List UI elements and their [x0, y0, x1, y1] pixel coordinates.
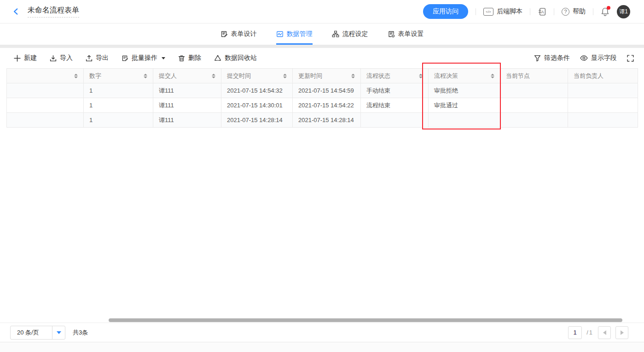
form-design-icon [220, 30, 228, 38]
backend-script-label: 后端脚本 [497, 7, 522, 16]
recycle-bin-button[interactable]: 数据回收站 [214, 54, 257, 62]
bottom-strip [0, 343, 644, 352]
prev-page-button[interactable] [598, 326, 611, 339]
fullscreen-icon [627, 55, 634, 62]
new-label: 新建 [24, 54, 37, 62]
notification-badge [607, 6, 610, 10]
help-label: 帮助 [573, 7, 586, 16]
table-toolbar: 新建 导入 导出 [0, 48, 644, 68]
page-size-value: 20 条/页 [11, 329, 52, 337]
address-book-icon: A [538, 7, 546, 16]
sort-icon[interactable] [419, 74, 423, 78]
page-size-select[interactable]: 20 条/页 [10, 326, 65, 340]
column-header-current-owner[interactable]: 当前负责人 [568, 69, 638, 83]
tab-flow-settings[interactable]: 流程设定 [332, 23, 368, 45]
column-header-submit-time[interactable]: 提交时间 [221, 69, 293, 83]
plus-icon [14, 55, 21, 62]
divider [476, 8, 476, 15]
divider [530, 8, 530, 15]
data-management-icon [276, 30, 284, 38]
export-icon [86, 55, 93, 62]
flow-icon [332, 30, 339, 38]
notification-button[interactable] [601, 7, 609, 16]
back-button[interactable] [12, 7, 20, 16]
funnel-icon [534, 55, 541, 62]
table-row[interactable]: 1 谭111 2021-07-15 14:30:01 2021-07-15 14… [7, 98, 638, 113]
export-label: 导出 [96, 54, 109, 62]
column-header-submitter[interactable]: 提交人 [153, 69, 221, 83]
export-button[interactable]: 导出 [86, 54, 109, 62]
batch-label: 批量操作 [132, 54, 157, 62]
next-icon [621, 330, 624, 335]
sort-icon[interactable] [144, 74, 147, 78]
column-header-flow-decision[interactable]: 流程决策 [429, 69, 500, 83]
prev-icon [603, 330, 606, 335]
import-icon [50, 55, 57, 62]
address-book-button[interactable]: A [538, 7, 546, 16]
page-title[interactable]: 未命名流程表单 [28, 6, 79, 18]
top-bar: 未命名流程表单 应用访问 </> 后端脚本 A ? 帮助 [0, 0, 644, 23]
sort-icon[interactable] [491, 74, 494, 78]
table-row[interactable]: 1 谭111 2021-07-15 14:54:32 2021-07-15 14… [7, 83, 638, 98]
import-label: 导入 [60, 54, 73, 62]
tab-bar: 表单设计 数据管理 流程设定 表单设置 [0, 23, 644, 45]
question-icon: ? [562, 8, 569, 16]
delete-button[interactable]: 删除 [178, 54, 201, 62]
select-caret-button[interactable] [52, 326, 65, 340]
filter-button[interactable]: 筛选条件 [534, 54, 570, 62]
batch-actions-button[interactable]: 批量操作 [122, 54, 165, 62]
section-divider [0, 45, 644, 48]
delete-label: 删除 [188, 54, 201, 62]
header-row: 数字 提交人 提交时间 更新时间 流程状态 流程决策 当前节点 当前负责人 [7, 69, 638, 83]
horizontal-scrollbar[interactable] [109, 318, 622, 322]
caret-down-icon [162, 57, 165, 59]
fullscreen-button[interactable] [627, 55, 634, 62]
recycle-label: 数据回收站 [225, 54, 257, 62]
svg-text:A: A [541, 10, 544, 14]
form-settings-icon [388, 30, 395, 38]
back-chevron-icon [12, 7, 20, 16]
import-button[interactable]: 导入 [50, 54, 73, 62]
divider [554, 8, 554, 15]
avatar[interactable]: 谭1 [617, 5, 630, 18]
current-page-input[interactable]: 1 [568, 326, 582, 339]
backend-script-button[interactable]: </> 后端脚本 [483, 7, 522, 16]
new-button[interactable]: 新建 [14, 54, 37, 62]
column-header-current-node[interactable]: 当前节点 [500, 69, 568, 83]
sort-icon[interactable] [351, 74, 355, 78]
column-header-number[interactable]: 数字 [84, 69, 153, 83]
tab-form-design[interactable]: 表单设计 [220, 23, 257, 45]
tab-label: 流程设定 [342, 30, 368, 38]
sort-icon[interactable] [283, 74, 287, 78]
help-button[interactable]: ? 帮助 [562, 7, 586, 16]
column-header-update-time[interactable]: 更新时间 [293, 69, 361, 83]
pagination-bar: 20 条/页 共3条 1 /1 [0, 323, 644, 342]
sort-icon[interactable] [212, 74, 215, 78]
tab-data-management[interactable]: 数据管理 [276, 23, 313, 45]
total-count: 共3条 [73, 329, 88, 337]
sort-icon[interactable] [74, 74, 78, 78]
table-row[interactable]: 1 谭111 2021-07-15 14:28:14 2021-07-15 14… [7, 113, 638, 128]
batch-icon [122, 55, 128, 62]
tab-label: 表单设计 [231, 30, 257, 38]
page: 未命名流程表单 应用访问 </> 后端脚本 A ? 帮助 [0, 0, 644, 352]
code-icon: </> [483, 8, 493, 16]
total-pages: /1 [586, 329, 593, 336]
tab-label: 表单设置 [398, 30, 424, 38]
fields-label: 显示字段 [591, 54, 617, 62]
recycle-icon [214, 55, 221, 62]
trash-icon [178, 55, 185, 62]
show-fields-button[interactable]: 显示字段 [580, 54, 617, 62]
column-header-flow-status[interactable]: 流程状态 [361, 69, 429, 83]
eye-icon [580, 55, 588, 61]
tab-form-settings[interactable]: 表单设置 [388, 23, 424, 45]
next-page-button[interactable] [615, 326, 628, 339]
data-table: 数字 提交人 提交时间 更新时间 流程状态 流程决策 当前节点 当前负责人 1 … [6, 68, 638, 128]
filter-label: 筛选条件 [544, 54, 570, 62]
tab-label: 数据管理 [287, 30, 313, 38]
caret-down-icon [57, 331, 61, 334]
app-access-button[interactable]: 应用访问 [423, 4, 468, 19]
column-header-blank[interactable] [7, 69, 84, 83]
divider [593, 8, 593, 15]
